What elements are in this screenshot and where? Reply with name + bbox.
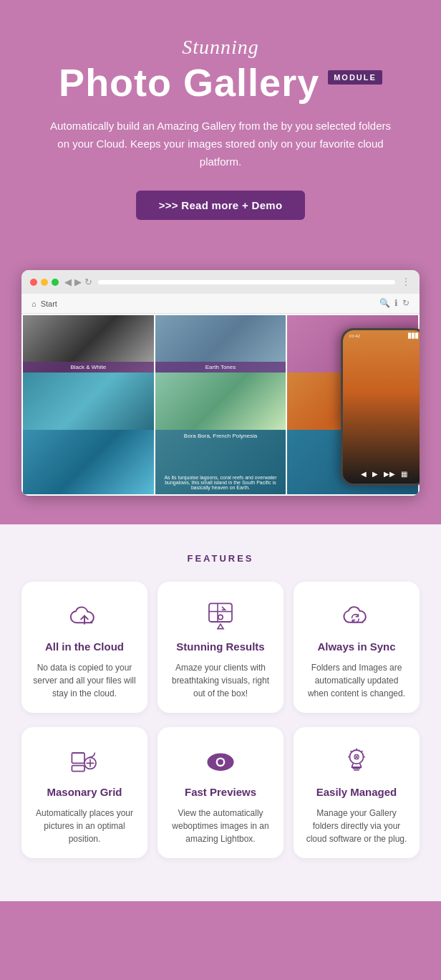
gallery-container: Black & White Earth Tones bbox=[21, 314, 420, 496]
gallery-bar: ⌂ Start 🔍 ℹ ↻ bbox=[21, 294, 420, 314]
gallery-cell-coastal bbox=[23, 373, 154, 430]
home-icon: ⌂ bbox=[32, 299, 37, 308]
module-badge: MODULE bbox=[328, 70, 382, 85]
lightbox-container: Bora Bora, French Polynesia As its turqu… bbox=[155, 430, 286, 494]
hero-description: Automatically build an Amazing Gallery f… bbox=[49, 117, 392, 170]
managed-feature-title: Easily Managed bbox=[305, 786, 408, 798]
dot-red bbox=[30, 279, 37, 286]
hero-title: Photo Gallery bbox=[59, 60, 319, 105]
phone-screen bbox=[343, 330, 420, 484]
browser-menu-icon: ⋮ bbox=[401, 276, 411, 288]
cloud-feature-title: All in the Cloud bbox=[33, 640, 136, 653]
stunning-feature-title: Stunning Results bbox=[169, 640, 272, 653]
svg-rect-5 bbox=[72, 766, 84, 772]
gallery-bar-left: ⌂ Start bbox=[32, 299, 57, 308]
browser-frame: ◀ ▶ ↻ ⋮ ⌂ Start 🔍 ℹ ↻ bbox=[21, 270, 420, 496]
reload-icon: ↻ bbox=[84, 277, 92, 288]
feature-managed-card: Easily Managed Manage your Gallery folde… bbox=[294, 727, 420, 858]
phone-mockup: 10:42 ▊▊▊ ◀ ▶ ▶▶ ▦ bbox=[341, 328, 420, 486]
svg-point-9 bbox=[218, 759, 223, 765]
features-row-2: Masonary Grid Automatically places your … bbox=[21, 727, 420, 858]
earth-label: Earth Tones bbox=[155, 362, 286, 373]
rocket-icon bbox=[203, 599, 238, 633]
lightbox-desc: As its turquoise lagoons, coral reefs an… bbox=[155, 475, 286, 490]
fast-feature-title: Fast Previews bbox=[169, 786, 272, 798]
feature-sync-card: Always in Sync Folders and Images are au… bbox=[294, 582, 420, 713]
feature-cloud-card: All in the Cloud No data is copied to yo… bbox=[21, 582, 147, 713]
stunning-feature-desc: Amaze your clients with breathtaking vis… bbox=[169, 661, 272, 700]
features-row-1: All in the Cloud No data is copied to yo… bbox=[21, 582, 420, 713]
lightbulb-icon bbox=[339, 744, 374, 779]
back-icon: ◀ bbox=[64, 277, 72, 288]
gallery-title: Start bbox=[41, 299, 57, 308]
phone-prev: ◀ bbox=[361, 470, 367, 478]
phone-controls: ◀ ▶ ▶▶ ▦ bbox=[343, 470, 420, 478]
browser-section: ◀ ▶ ↻ ⋮ ⌂ Start 🔍 ℹ ↻ bbox=[0, 249, 441, 524]
features-section: FEATURES All in the Cloud No data is cop… bbox=[0, 524, 441, 901]
feature-masonry-card: Masonary Grid Automatically places your … bbox=[21, 727, 147, 858]
phone-signal: ▊▊▊ bbox=[408, 333, 419, 339]
gallery-cell-balloon bbox=[155, 373, 286, 430]
search-icon: 🔍 bbox=[379, 298, 390, 309]
browser-dots bbox=[30, 279, 59, 286]
masonry-feature-title: Masonary Grid bbox=[33, 786, 136, 798]
browser-url-bar[interactable] bbox=[98, 280, 395, 284]
dot-yellow bbox=[41, 279, 48, 286]
phone-status-bar: 10:42 ▊▊▊ bbox=[343, 333, 420, 339]
cta-button[interactable]: >>> Read more + Demo bbox=[136, 191, 306, 220]
lightbox-caption: Bora Bora, French Polynesia bbox=[155, 433, 286, 439]
fast-feature-desc: View the automatically weboptimes images… bbox=[169, 807, 272, 845]
sync-feature-title: Always in Sync bbox=[305, 640, 408, 653]
island1-image bbox=[23, 430, 154, 494]
phone-grid: ▦ bbox=[401, 470, 407, 478]
hero-subtitle: Stunning bbox=[43, 36, 398, 59]
sync-feature-desc: Folders and Images are automatically upd… bbox=[305, 661, 408, 700]
feature-fast-card: Fast Previews View the automatically web… bbox=[158, 727, 284, 858]
bw-label: Black & White bbox=[23, 362, 154, 373]
gallery-cell-island1 bbox=[23, 430, 154, 494]
forward-icon: ▶ bbox=[74, 277, 82, 288]
masonry-feature-desc: Automatically places your pictures in an… bbox=[33, 807, 136, 845]
balloon-image bbox=[155, 373, 286, 430]
gallery-cell-earth: Earth Tones bbox=[155, 315, 286, 373]
sync-cloud-icon bbox=[339, 599, 374, 633]
dot-green bbox=[52, 279, 59, 286]
cloud-icon bbox=[67, 599, 102, 633]
browser-toolbar: ◀ ▶ ↻ ⋮ bbox=[21, 270, 420, 294]
phone-time: 10:42 bbox=[349, 333, 360, 339]
masonry-icon bbox=[67, 744, 102, 779]
browser-content: ⌂ Start 🔍 ℹ ↻ Black & White bbox=[21, 294, 420, 496]
svg-point-3 bbox=[218, 615, 223, 620]
phone-next: ▶▶ bbox=[384, 470, 395, 478]
feature-stunning-card: Stunning Results Amaze your clients with… bbox=[158, 582, 284, 713]
managed-feature-desc: Manage your Gallery folders directly via… bbox=[305, 807, 408, 845]
gallery-cell-bw: Black & White bbox=[23, 315, 154, 373]
svg-rect-4 bbox=[72, 753, 84, 763]
coastal-image bbox=[23, 373, 154, 430]
hero-section: Stunning Photo Gallery MODULE Automatica… bbox=[0, 0, 441, 249]
phone-play: ▶ bbox=[372, 470, 378, 478]
gallery-bar-right: 🔍 ℹ ↻ bbox=[379, 298, 410, 309]
features-label: FEATURES bbox=[21, 553, 420, 564]
info-icon: ℹ bbox=[394, 298, 398, 309]
gallery-cell-lightbox: Bora Bora, French Polynesia As its turqu… bbox=[155, 430, 286, 494]
eye-icon bbox=[203, 744, 238, 779]
cloud-feature-desc: No data is copied to your server and all… bbox=[33, 661, 136, 700]
hero-title-row: Photo Gallery MODULE bbox=[43, 60, 398, 105]
browser-nav: ◀ ▶ ↻ bbox=[64, 277, 92, 288]
refresh-icon: ↻ bbox=[402, 298, 410, 309]
